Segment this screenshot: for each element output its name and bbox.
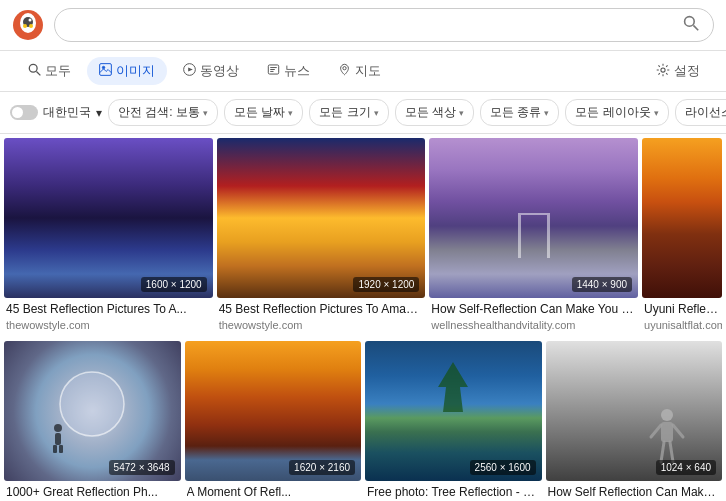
image-title-1: 45 Best Reflection Pictures To A... <box>6 302 211 318</box>
svg-rect-22 <box>55 433 61 445</box>
filter-color[interactable]: 모든 색상 ▾ <box>395 99 474 126</box>
tab-images[interactable]: 이미지 <box>87 57 167 85</box>
tab-news[interactable]: 뉴스 <box>255 57 322 85</box>
filter-color-label: 모든 색상 <box>405 104 456 121</box>
search-bar[interactable]: reflection <box>54 8 714 42</box>
svg-marker-25 <box>438 362 468 412</box>
image-thumb-8: 1024 × 640 <box>546 341 723 481</box>
image-dimensions-2: 1920 × 1200 <box>353 277 419 292</box>
tab-video[interactable]: 동영상 <box>171 57 251 85</box>
image-placeholder-4 <box>642 138 722 298</box>
image-card-8[interactable]: 1024 × 640 How Self Reflection Can Make … <box>546 341 723 501</box>
filter-safe-chevron-icon: ▾ <box>203 108 208 118</box>
image-info-7: Free photo: Tree Reflection - Brook, Dig… <box>365 481 542 501</box>
image-info-4: Uyuni Reflectio... uyunisaltflat.com <box>642 298 722 337</box>
image-info-8: How Self Reflection Can Make You Happ...… <box>546 481 723 501</box>
image-thumb-2: 1920 × 1200 <box>217 138 426 298</box>
mannequin-shape <box>647 407 687 467</box>
region-label: 대한민국 <box>43 104 91 121</box>
image-card-2[interactable]: 1920 × 1200 45 Best Reflection Pictures … <box>217 138 426 337</box>
region-chevron-icon: ▾ <box>96 106 102 120</box>
search-submit-button[interactable] <box>683 15 699 35</box>
svg-rect-23 <box>53 445 57 453</box>
filter-layout-label: 모든 레이아웃 <box>575 104 650 121</box>
svg-line-28 <box>651 425 661 437</box>
search-nav-icon <box>28 63 41 79</box>
image-thumb-4 <box>642 138 722 298</box>
svg-rect-27 <box>661 422 673 442</box>
image-info-5: 1000+ Great Reflection Ph... pexels.com <box>4 481 181 501</box>
filter-bar: 대한민국 ▾ 안전 검색: 보통 ▾ 모든 날짜 ▾ 모든 크기 ▾ 모든 색상… <box>0 92 726 134</box>
tab-all-label: 모두 <box>45 62 71 80</box>
image-placeholder-3 <box>429 138 638 298</box>
logo-icon <box>12 9 44 41</box>
svg-point-5 <box>29 24 33 28</box>
video-nav-icon <box>183 63 196 79</box>
svg-line-9 <box>36 71 40 75</box>
svg-line-7 <box>693 25 698 30</box>
filter-date[interactable]: 모든 날짜 ▾ <box>224 99 303 126</box>
toggle-switch[interactable] <box>10 105 38 120</box>
svg-point-3 <box>29 19 32 22</box>
image-info-3: How Self-Reflection Can Make You Happi..… <box>429 298 638 337</box>
filter-license[interactable]: 라이선스 전체 ▾ <box>675 99 726 126</box>
filter-safe-label: 안전 검색: 보통 <box>118 104 200 121</box>
filter-size-chevron-icon: ▾ <box>374 108 379 118</box>
svg-point-18 <box>343 67 346 70</box>
image-card-1[interactable]: 1600 × 1200 45 Best Reflection Pictures … <box>4 138 213 337</box>
image-card-5[interactable]: 5472 × 3648 1000+ Great Reflection Ph...… <box>4 341 181 501</box>
nav-tabs: 모두 이미지 동영상 뉴스 <box>0 51 726 92</box>
svg-line-31 <box>670 442 673 462</box>
filter-license-label: 라이선스 전체 <box>685 105 726 119</box>
tab-news-label: 뉴스 <box>284 62 310 80</box>
image-dimensions-5: 5472 × 3648 <box>109 460 175 475</box>
filter-type[interactable]: 모든 종류 ▾ <box>480 99 559 126</box>
image-placeholder-1 <box>4 138 213 298</box>
image-card-7[interactable]: 2560 × 1600 Free photo: Tree Reflection … <box>365 341 542 501</box>
region-toggle[interactable]: 대한민국 ▾ <box>10 104 102 121</box>
svg-point-8 <box>29 64 37 72</box>
dock-shape <box>518 213 550 258</box>
image-dimensions-7: 2560 × 1600 <box>470 460 536 475</box>
image-card-4[interactable]: Uyuni Reflectio... uyunisaltflat.com <box>642 138 722 337</box>
filter-size[interactable]: 모든 크기 ▾ <box>309 99 388 126</box>
image-dimensions-3: 1440 × 900 <box>572 277 632 292</box>
settings-label: 설정 <box>674 62 700 80</box>
person-silhouette <box>48 423 68 453</box>
image-info-6: A Moment Of Refl... downeast.com <box>185 481 362 501</box>
filter-color-chevron-icon: ▾ <box>459 108 464 118</box>
image-thumb-1: 1600 × 1200 <box>4 138 213 298</box>
tab-all[interactable]: 모두 <box>16 57 83 85</box>
svg-point-4 <box>23 24 27 28</box>
image-title-8: How Self Reflection Can Make You Happ... <box>548 485 721 501</box>
svg-line-30 <box>661 442 664 462</box>
svg-point-21 <box>54 424 62 432</box>
image-title-4: Uyuni Reflectio... <box>644 302 720 318</box>
svg-rect-24 <box>59 445 63 453</box>
settings-icon <box>656 63 670 80</box>
filter-layout[interactable]: 모든 레이아웃 ▾ <box>565 99 668 126</box>
image-thumb-7: 2560 × 1600 <box>365 341 542 481</box>
header: reflection <box>0 0 726 51</box>
filter-layout-chevron-icon: ▾ <box>654 108 659 118</box>
image-thumb-5: 5472 × 3648 <box>4 341 181 481</box>
image-info-2: 45 Best Reflection Pictures To Amaze You… <box>217 298 426 337</box>
search-input[interactable]: reflection <box>69 17 675 34</box>
images-nav-icon <box>99 63 112 79</box>
image-card-3[interactable]: 1440 × 900 How Self-Reflection Can Make … <box>429 138 638 337</box>
image-dimensions-6: 1620 × 2160 <box>289 460 355 475</box>
image-info-1: 45 Best Reflection Pictures To A... thew… <box>4 298 213 337</box>
svg-rect-10 <box>100 64 112 76</box>
filter-size-label: 모든 크기 <box>319 104 370 121</box>
image-source-1: thewowstyle.com <box>6 319 211 331</box>
settings-button[interactable]: 설정 <box>646 57 710 85</box>
image-thumb-6: 1620 × 2160 <box>185 341 362 481</box>
image-dimensions-1: 1600 × 1200 <box>141 277 207 292</box>
image-card-6[interactable]: 1620 × 2160 A Moment Of Refl... downeast… <box>185 341 362 501</box>
filter-type-chevron-icon: ▾ <box>544 108 549 118</box>
svg-point-19 <box>661 67 665 71</box>
tab-images-label: 이미지 <box>116 62 155 80</box>
filter-safe-search[interactable]: 안전 검색: 보통 ▾ <box>108 99 218 126</box>
tab-maps[interactable]: 지도 <box>326 57 393 85</box>
image-row-2: 5472 × 3648 1000+ Great Reflection Ph...… <box>0 337 726 501</box>
